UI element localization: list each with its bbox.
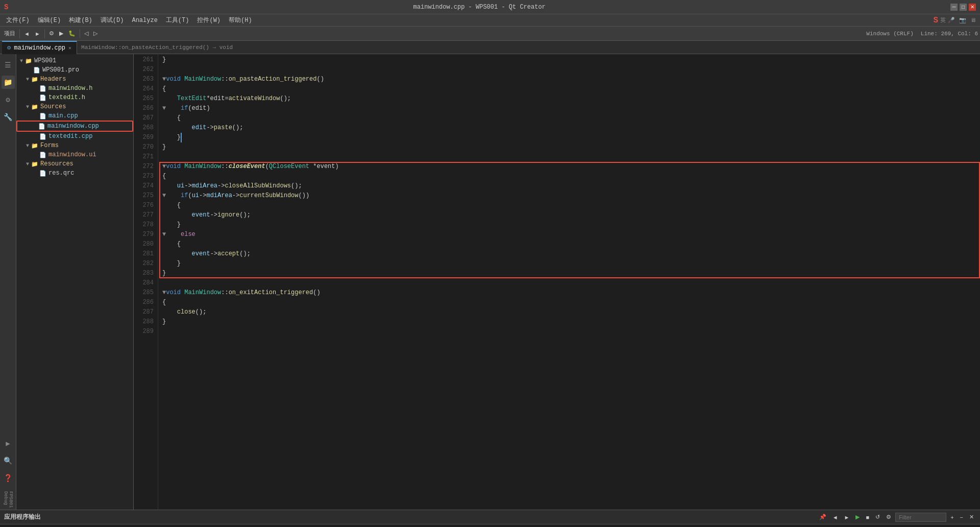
- code-line-285: ▼void MainWindow::on_exitAction_triggere…: [162, 288, 980, 298]
- tree-item-wps001[interactable]: ▼ 📁 WPS001: [16, 56, 133, 65]
- output-panel: 应用程序输出 📌 ◄ ► ▶ ■ ↺ ⚙ + − ✕ WPS001 ✕ 15:1…: [0, 510, 980, 527]
- code-line-275: ▼ if(ui->mdiArea->currentSubWindow()): [162, 191, 980, 201]
- tab-close-mainwindow-cpp[interactable]: ✕: [68, 45, 71, 51]
- minimize-button[interactable]: ─: [950, 4, 958, 11]
- output-restart-button[interactable]: ↺: [873, 513, 882, 521]
- output-pin-button[interactable]: 📌: [817, 513, 828, 521]
- output-stop-button[interactable]: ■: [864, 513, 871, 521]
- toolbar-nav-fwd[interactable]: ▷: [91, 29, 100, 38]
- folder-icon-resources: 📁: [31, 161, 39, 167]
- tree-arrow-wps001: ▼: [18, 58, 24, 64]
- output-run-button[interactable]: ▶: [853, 513, 862, 521]
- breadcrumb: MainWindow::on_pasteAction_triggered() →…: [77, 44, 237, 51]
- line-numbers: 261 262 263 264 265 266 267 268 269 270 …: [134, 54, 158, 510]
- tab-mainwindow-cpp[interactable]: ⚙ mainwindow.cpp ✕: [2, 41, 77, 54]
- tree-item-res-qrc[interactable]: 📄 res.qrc: [16, 169, 133, 178]
- tree-item-textedit-cpp[interactable]: 📄 textedit.cpp: [16, 132, 133, 141]
- menu-help[interactable]: 帮助(H): [225, 15, 256, 26]
- output-close-button[interactable]: ✕: [967, 513, 976, 521]
- file-icon-main-cpp: 📄: [39, 113, 47, 119]
- toolbar-back[interactable]: ◄: [22, 30, 32, 38]
- code-editor[interactable]: 261 262 263 264 265 266 267 268 269 270 …: [134, 54, 980, 510]
- toolbar-run[interactable]: ▶: [57, 29, 65, 38]
- tree-label-wps001: WPS001: [34, 57, 56, 64]
- toolbar-nav-back[interactable]: ◁: [82, 29, 90, 38]
- output-settings-button[interactable]: ⚙: [884, 513, 893, 521]
- output-add-button[interactable]: +: [948, 513, 955, 521]
- tree-label-textedit-cpp: textedit.cpp: [48, 133, 92, 140]
- tree-label-wps001pro: WPS001.pro: [42, 66, 79, 74]
- tree-item-textedit-h[interactable]: 📄 textedit.h: [16, 93, 133, 102]
- red-box-region: ▼void MainWindow::closeEvent(QCloseEvent…: [162, 162, 980, 278]
- file-icon-wps001pro: 📄: [33, 67, 41, 74]
- toolbar-debug[interactable]: 🐛: [66, 29, 78, 38]
- folder-icon-headers: 📁: [31, 76, 39, 83]
- sidebar-build-icon[interactable]: ⚙: [2, 93, 15, 106]
- toolbar-separator-1: [19, 29, 20, 38]
- folder-icon-sources: 📁: [31, 104, 39, 110]
- toolbar-build[interactable]: ⚙: [47, 29, 56, 38]
- tree-label-forms: Forms: [40, 142, 59, 149]
- file-icon-textedit-cpp: 📄: [39, 133, 47, 140]
- output-tab-wps001[interactable]: WPS001 ✕: [0, 524, 980, 527]
- tree-label-mainwindow-ui: mainwindow.ui: [48, 151, 96, 158]
- close-button[interactable]: ✕: [969, 4, 976, 11]
- output-prev-button[interactable]: ◄: [830, 513, 840, 521]
- tree-item-resources[interactable]: ▼ 📁 Resources: [16, 159, 133, 169]
- tree-item-headers[interactable]: ▼ 📁 Headers: [16, 75, 133, 84]
- code-line-262: [162, 65, 980, 75]
- menu-edit[interactable]: 编辑(E): [34, 15, 65, 26]
- code-line-283: }: [162, 269, 980, 278]
- code-line-288: }: [162, 317, 980, 327]
- folder-icon-forms: 📁: [31, 142, 39, 149]
- menu-file[interactable]: 文件(F): [2, 15, 34, 26]
- tree-label-textedit-h: textedit.h: [48, 94, 85, 101]
- menu-build[interactable]: 构建(B): [65, 15, 96, 26]
- tree-arrow-sources: ▼: [24, 104, 31, 110]
- menu-controls[interactable]: 控件(W): [193, 15, 225, 26]
- menu-analyze[interactable]: Analyze: [128, 16, 161, 25]
- code-line-287: close();: [162, 307, 980, 317]
- project-label: 项目: [2, 29, 17, 38]
- window-title: mainwindow.cpp - WPS001 - Qt Creator: [8, 4, 950, 11]
- code-lines[interactable]: } ▼void MainWindow::on_pasteAction_trigg…: [158, 54, 980, 510]
- code-line-268: edit->paste();: [162, 123, 980, 133]
- toolbar-forward[interactable]: ►: [33, 30, 42, 38]
- file-icon-textedit-h: 📄: [39, 94, 47, 101]
- output-title: 应用程序输出: [4, 513, 41, 521]
- title-bar: S mainwindow.cpp - WPS001 - Qt Creator ─…: [0, 0, 980, 14]
- output-next-button[interactable]: ►: [842, 513, 852, 521]
- maximize-button[interactable]: □: [960, 4, 967, 11]
- file-icon-mainwindow-ui: 📄: [39, 152, 47, 158]
- sidebar-help-icon[interactable]: ❓: [2, 472, 15, 485]
- menu-debug[interactable]: 调试(D): [96, 15, 128, 26]
- tree-item-mainwindow-ui[interactable]: 📄 mainwindow.ui: [16, 150, 133, 159]
- sidebar-menu-icon[interactable]: ☰: [2, 58, 15, 71]
- tree-item-wps001pro[interactable]: 📄 WPS001.pro: [16, 65, 133, 75]
- code-line-263: ▼void MainWindow::on_pasteAction_trigger…: [162, 75, 980, 84]
- output-filter-input[interactable]: [895, 513, 946, 522]
- menu-tools[interactable]: 工具(T): [162, 15, 193, 26]
- code-line-289: [162, 327, 980, 337]
- tree-item-sources[interactable]: ▼ 📁 Sources: [16, 102, 133, 111]
- code-line-281: event->accept();: [162, 249, 980, 259]
- file-icon-mainwindow-h: 📄: [39, 85, 47, 92]
- sidebar-search-icon[interactable]: 🔍: [2, 454, 15, 468]
- sidebar-debug-icon[interactable]: 🔧: [2, 110, 15, 124]
- cpp-file-icon: ⚙: [7, 44, 11, 52]
- output-tabs-bar: WPS001 ✕: [0, 524, 980, 527]
- file-icon-res-qrc: 📄: [39, 170, 47, 177]
- window-controls: ─ □ ✕: [950, 4, 976, 11]
- tree-item-main-cpp[interactable]: 📄 main.cpp: [16, 111, 133, 121]
- sidebar-files-icon[interactable]: 📁: [2, 76, 15, 89]
- position-label: Line: 269, Col: 6: [915, 31, 978, 37]
- code-line-261: }: [162, 55, 980, 65]
- tree-item-mainwindow-cpp[interactable]: 📄 mainwindow.cpp: [16, 121, 133, 132]
- output-remove-button[interactable]: −: [958, 513, 965, 521]
- tree-label-sources: Sources: [40, 103, 66, 110]
- tree-item-forms[interactable]: ▼ 📁 Forms: [16, 141, 133, 150]
- tree-item-mainwindow-h[interactable]: 📄 mainwindow.h: [16, 84, 133, 93]
- code-line-273: {: [162, 172, 980, 181]
- sidebar-run-icon[interactable]: ▶: [2, 437, 15, 450]
- code-content[interactable]: 261 262 263 264 265 266 267 268 269 270 …: [134, 54, 980, 510]
